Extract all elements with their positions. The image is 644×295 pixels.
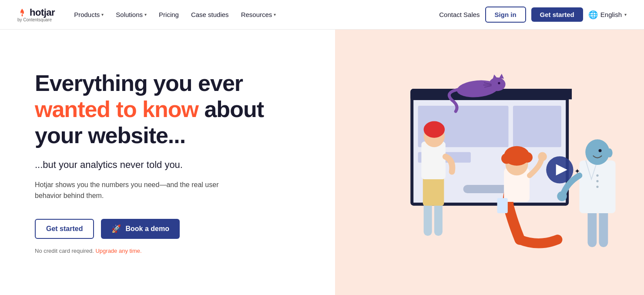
svg-point-15 bbox=[498, 82, 500, 84]
sign-in-button[interactable]: Sign in bbox=[485, 7, 526, 23]
logo-icon bbox=[17, 8, 27, 17]
svg-rect-33 bbox=[497, 198, 507, 213]
hero-description: Hotjar shows you the numbers you need—an… bbox=[35, 179, 244, 201]
hero-heading-part1: Everything you ever bbox=[35, 70, 243, 96]
hero-left: Everything you ever wanted to know about… bbox=[0, 30, 335, 295]
chevron-down-icon: ▾ bbox=[274, 12, 276, 17]
hero-subheading: ...but your analytics never told you. bbox=[35, 159, 309, 171]
nav-link-solutions[interactable]: Solutions ▾ bbox=[111, 7, 152, 22]
hero-ctas: Get started 🚀 Book a demo bbox=[35, 219, 309, 239]
navbar: hotjar by Contentsquare Products ▾ Solut… bbox=[0, 0, 644, 30]
contact-sales-link[interactable]: Contact Sales bbox=[439, 11, 480, 18]
logo[interactable]: hotjar by Contentsquare bbox=[17, 7, 55, 22]
svg-point-42 bbox=[598, 149, 601, 152]
nav-link-products[interactable]: Products ▾ bbox=[69, 7, 109, 22]
svg-point-39 bbox=[596, 186, 598, 188]
nav-links: Products ▾ Solutions ▾ Pricing Case stud… bbox=[69, 7, 281, 22]
hero-heading-accent: wanted to know bbox=[35, 97, 198, 122]
rocket-icon: 🚀 bbox=[111, 224, 121, 234]
hero-heading: Everything you ever wanted to know about… bbox=[35, 70, 309, 148]
hero-illustration-svg: ✦ bbox=[335, 30, 644, 295]
globe-icon: 🌐 bbox=[588, 10, 598, 20]
svg-point-41 bbox=[606, 148, 612, 158]
hero-section: Everything you ever wanted to know about… bbox=[0, 30, 644, 295]
nav-left: hotjar by Contentsquare Products ▾ Solut… bbox=[17, 7, 281, 22]
get-started-button-nav[interactable]: Get started bbox=[531, 7, 583, 22]
book-demo-button[interactable]: 🚀 Book a demo bbox=[101, 219, 179, 239]
svg-point-38 bbox=[596, 180, 598, 182]
chevron-down-icon: ▾ bbox=[101, 12, 104, 17]
svg-point-31 bbox=[517, 149, 527, 159]
svg-point-40 bbox=[585, 139, 609, 165]
get-started-button-hero[interactable]: Get started bbox=[35, 219, 94, 239]
svg-rect-6 bbox=[513, 106, 561, 147]
nav-link-resources[interactable]: Resources ▾ bbox=[236, 7, 282, 22]
svg-point-32 bbox=[538, 152, 547, 161]
nav-link-case-studies[interactable]: Case studies bbox=[186, 7, 234, 22]
svg-text:✦: ✦ bbox=[574, 168, 580, 175]
logo-sub: by Contentsquare bbox=[17, 17, 55, 22]
hero-note: No credit card required. Upgrade any tim… bbox=[35, 248, 309, 254]
chevron-down-icon: ▾ bbox=[624, 12, 627, 17]
svg-rect-22 bbox=[421, 141, 445, 179]
nav-link-pricing[interactable]: Pricing bbox=[154, 7, 184, 22]
svg-point-43 bbox=[557, 191, 567, 201]
logo-text: hotjar bbox=[30, 7, 55, 18]
language-selector[interactable]: 🌐 English ▾ bbox=[588, 10, 627, 20]
svg-point-24 bbox=[423, 121, 445, 138]
upgrade-link[interactable]: Upgrade any time. bbox=[95, 248, 141, 254]
hero-illustration: ✦ bbox=[335, 30, 644, 295]
svg-point-37 bbox=[596, 174, 598, 177]
nav-right: Contact Sales Sign in Get started 🌐 Engl… bbox=[439, 7, 627, 23]
chevron-down-icon: ▾ bbox=[144, 12, 147, 17]
svg-rect-21 bbox=[423, 175, 444, 205]
svg-point-30 bbox=[507, 150, 516, 159]
